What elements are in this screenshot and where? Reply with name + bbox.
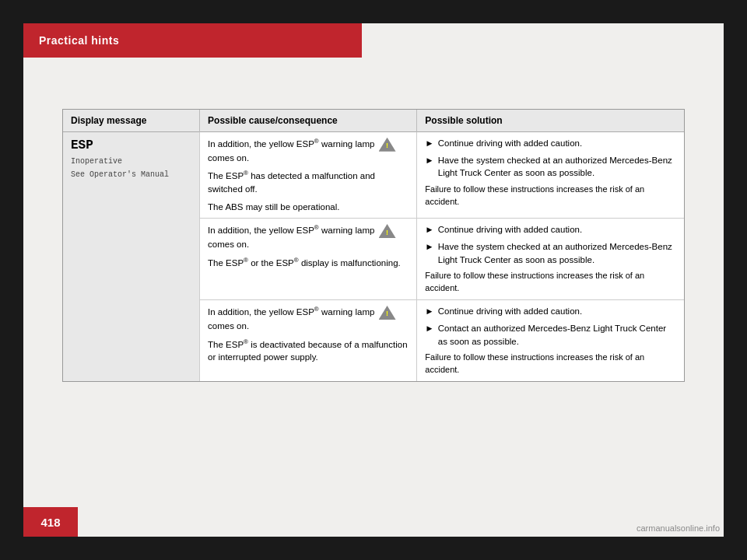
solution-text-3a: Continue driving with added caution. xyxy=(438,305,582,318)
cause-cell-1: In addition, the yellow ESP® warning lam… xyxy=(200,132,417,219)
failure-text-3: Failure to follow these instructions inc… xyxy=(425,352,676,376)
solution-text-1a: Continue driving with added caution. xyxy=(438,137,582,150)
cause-section-1b: The ESP® has detected a malfunction and … xyxy=(208,169,409,195)
arrow-icon-2a: ► xyxy=(425,223,433,236)
col-header-solution: Possible solution xyxy=(417,110,684,132)
col-header-cause: Possible cause/consequence xyxy=(200,110,417,132)
esp-sub-manual: See Operator's Manual xyxy=(71,170,191,181)
hints-table: Display message Possible cause/consequen… xyxy=(63,110,684,381)
failure-text-2: Failure to follow these instructions inc… xyxy=(425,270,676,295)
cause-text-3a: In addition, the yellow ESP® warning lam… xyxy=(208,307,377,317)
esp-sub-inoperative: Inoperative xyxy=(71,156,191,168)
cause-text-2a: In addition, the yellow ESP® warning lam… xyxy=(208,226,377,235)
cause-section-1c: The ABS may still be operational. xyxy=(208,201,409,214)
warning-icon-1a: ! xyxy=(379,138,396,152)
solution-bullet-1a: ► Continue driving with added caution. xyxy=(425,137,676,150)
solution-cell-3: ► Continue driving with added caution. ►… xyxy=(417,300,684,381)
display-cell: ESP Inoperative See Operator's Manual xyxy=(63,132,200,382)
cause-text-1a: In addition, the yellow ESP® warning lam… xyxy=(208,139,377,149)
header-bar: Practical hints xyxy=(23,23,362,58)
page-number-box: 418 xyxy=(23,507,78,537)
table-row: ESP Inoperative See Operator's Manual In… xyxy=(63,132,684,219)
arrow-icon-1b: ► xyxy=(425,154,433,167)
col-header-display: Display message xyxy=(63,110,200,132)
table-header-row: Display message Possible cause/consequen… xyxy=(63,110,684,132)
solution-cell-1: ► Continue driving with added caution. ►… xyxy=(417,132,684,219)
main-table-container: Display message Possible cause/consequen… xyxy=(62,109,685,382)
solution-bullet-3b: ► Contact an authorized Mercedes-Benz Li… xyxy=(425,322,676,348)
cause-text-1c: The ABS may still be operational. xyxy=(208,202,339,212)
arrow-icon-3a: ► xyxy=(425,305,433,318)
arrow-icon-3b: ► xyxy=(425,322,433,335)
cause-text-2b: The ESP® or the ESP® display is malfunct… xyxy=(208,258,401,268)
cause-text-1a-end: comes on. xyxy=(208,153,249,163)
cause-cell-2: In addition, the yellow ESP® warning lam… xyxy=(200,219,417,300)
solution-text-2a: Continue driving with added caution. xyxy=(438,223,582,236)
header-title: Practical hints xyxy=(39,34,119,47)
arrow-icon-2b: ► xyxy=(425,240,433,254)
failure-text-1: Failure to follow these instructions inc… xyxy=(425,184,676,208)
page-number: 418 xyxy=(40,516,60,529)
cause-section-1a: In addition, the yellow ESP® warning lam… xyxy=(208,137,409,164)
cause-section-3a: In addition, the yellow ESP® warning lam… xyxy=(208,305,409,332)
arrow-icon-1a: ► xyxy=(425,137,433,150)
cause-text-3a-end: comes on. xyxy=(208,321,249,331)
cause-text-1b: The ESP® has detected a malfunction and … xyxy=(208,171,375,194)
solution-bullet-2b: ► Have the system checked at an authoriz… xyxy=(425,240,676,266)
cause-section-2b: The ESP® or the ESP® display is malfunct… xyxy=(208,256,409,270)
solution-text-2b: Have the system checked at an authorized… xyxy=(438,240,676,266)
cause-text-2a-end: comes on. xyxy=(208,240,249,249)
cause-section-2a: In addition, the yellow ESP® warning lam… xyxy=(208,223,409,250)
cause-section-3b: The ESP® is deactivated because of a mal… xyxy=(208,338,409,364)
cause-text-3b: The ESP® is deactivated because of a mal… xyxy=(208,340,408,362)
warning-icon-3a: ! xyxy=(379,306,396,320)
warning-icon-2a: ! xyxy=(379,224,396,238)
solution-bullet-3a: ► Continue driving with added caution. xyxy=(425,305,676,318)
solution-bullet-1b: ► Have the system checked at an authoriz… xyxy=(425,154,676,180)
solution-cell-2: ► Continue driving with added caution. ►… xyxy=(417,219,684,300)
cause-cell-3: In addition, the yellow ESP® warning lam… xyxy=(200,300,417,381)
solution-text-1b: Have the system checked at an authorized… xyxy=(438,154,676,180)
esp-label: ESP xyxy=(71,137,191,155)
solution-text-3b: Contact an authorized Mercedes-Benz Ligh… xyxy=(438,322,676,348)
solution-bullet-2a: ► Continue driving with added caution. xyxy=(425,223,676,236)
watermark: carmanualsonline.info xyxy=(637,523,720,533)
